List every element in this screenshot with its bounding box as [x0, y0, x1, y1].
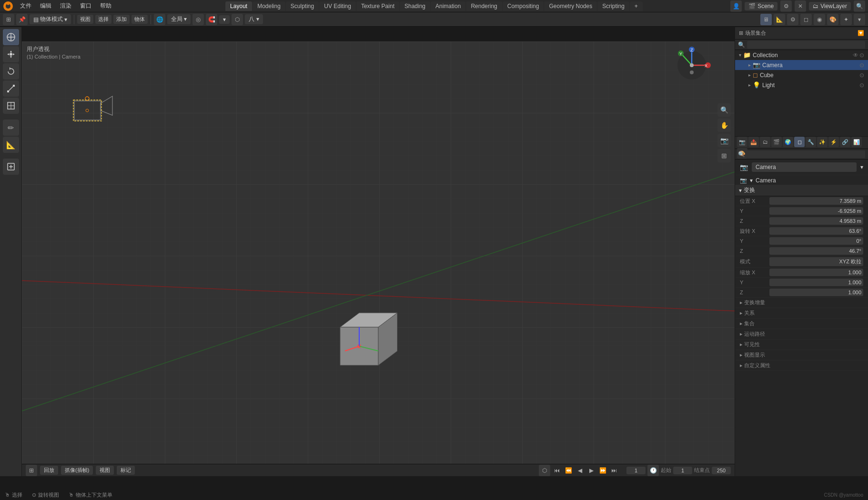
zoom-in-btn[interactable]: 🔍 — [717, 103, 731, 117]
outliner-light-item[interactable]: ▸ 💡 Light ⊙ — [735, 80, 868, 90]
collection-section[interactable]: ▸ 集合 — [735, 319, 868, 329]
rotation-x-field[interactable]: 63.6° — [769, 227, 863, 235]
jump-start-btn[interactable]: ⏮ — [552, 466, 562, 475]
scale-z-field[interactable]: 1.000 — [769, 289, 863, 296]
light-restrict-icon[interactable]: ⊙ — [859, 82, 864, 89]
position-x-field[interactable]: 7.3589 m — [769, 197, 863, 205]
tool-move[interactable] — [3, 46, 19, 62]
grid-nav-btn[interactable]: ⊞ — [717, 149, 731, 162]
play-btn[interactable]: ▶ — [586, 466, 596, 475]
transform-section-header[interactable]: ▾ 变换 — [735, 185, 868, 196]
viewport-icon-1[interactable]: 🖥 — [760, 14, 772, 25]
tab-scripting[interactable]: Scripting — [597, 1, 629, 11]
proportional-edit-icon[interactable]: ◎ — [192, 14, 204, 25]
viewport-icon-8[interactable]: ▾ — [854, 14, 865, 25]
tab-object[interactable]: ◻ — [794, 137, 805, 147]
view-layer-selector[interactable]: 🗂 ViewLayer — [809, 2, 851, 10]
xray-icon[interactable]: ⬡ — [232, 14, 243, 25]
keyframe-btn[interactable]: ⬡ — [539, 465, 550, 476]
tab-compositing[interactable]: Compositing — [503, 1, 544, 11]
camera-restrict-icon[interactable]: ⊙ — [859, 62, 864, 69]
rotation-y-field[interactable]: 0° — [769, 237, 863, 245]
step-back-btn[interactable]: ⏪ — [564, 466, 573, 475]
menu-render[interactable]: 渲染 — [56, 1, 75, 11]
outliner-collection-item[interactable]: ▾ 📁 Collection 👁 ⊙ — [735, 50, 868, 60]
markers-btn[interactable]: 标记 — [117, 466, 135, 475]
scale-y-field[interactable]: 1.000 — [769, 279, 863, 286]
tab-texture-paint[interactable]: Texture Paint — [356, 1, 399, 11]
tab-layout[interactable]: Layout — [225, 1, 252, 11]
tab-modifiers[interactable]: 🔧 — [806, 137, 816, 147]
timeline-type-btn[interactable]: ⊞ — [26, 465, 37, 476]
tab-scene[interactable]: 🎬 — [771, 137, 782, 147]
tool-cursor[interactable] — [3, 29, 19, 45]
delta-transform-section[interactable]: ▸ 变换增量 — [735, 298, 868, 308]
viewport-icon-2[interactable]: 📐 — [774, 14, 785, 25]
tab-render[interactable]: 📷 — [737, 137, 747, 147]
tab-world[interactable]: 🌍 — [783, 137, 793, 147]
viewport-icon-3[interactable]: ⚙ — [787, 14, 798, 25]
tab-sculpting[interactable]: Sculpting — [286, 1, 319, 11]
tab-add[interactable]: + — [630, 1, 643, 11]
rotation-z-field[interactable]: 46.7° — [769, 247, 863, 255]
pin-icon[interactable]: 📌 — [16, 14, 28, 25]
menu-window[interactable]: 窗口 — [76, 1, 95, 11]
outliner-filter-icon[interactable]: 🔽 — [858, 30, 864, 36]
viewport-display-section[interactable]: ▸ 视图显示 — [735, 350, 868, 360]
snap-selector[interactable]: 全局 ▾ — [167, 14, 191, 24]
outliner-camera-item[interactable]: ▸ 📷 Camera ⊙ — [735, 60, 868, 70]
tab-data[interactable]: 📊 — [851, 137, 862, 147]
snap-icon[interactable]: 🧲 — [206, 14, 217, 25]
select-menu-btn[interactable]: 选择 — [95, 15, 111, 24]
search-icon[interactable]: 🔍 — [854, 0, 865, 12]
visibility-section[interactable]: ▸ 可见性 — [735, 340, 868, 350]
scene-extra-icon[interactable]: ⚙ — [780, 0, 792, 12]
outliner-search-input[interactable] — [747, 41, 865, 49]
tab-rendering[interactable]: Rendering — [466, 1, 502, 11]
tab-output[interactable]: 📤 — [748, 137, 759, 147]
tab-animation[interactable]: Animation — [431, 1, 465, 11]
collection-eye-icon[interactable]: 👁 — [853, 52, 858, 59]
viewport-icon-5[interactable]: ◉ — [814, 14, 825, 25]
tool-transform[interactable] — [3, 98, 19, 114]
shading-mode[interactable]: 八 ▾ — [245, 14, 262, 24]
view-menu-btn[interactable]: 视图 — [77, 15, 93, 24]
viewport-icon-6[interactable]: 🎨 — [827, 14, 838, 25]
position-z-field[interactable]: 4.9583 m — [769, 217, 863, 225]
current-frame-input[interactable]: 1 — [626, 467, 646, 474]
gizmo-widget[interactable]: X Y Z — [673, 46, 711, 84]
collection-select-icon[interactable]: ⊙ — [859, 52, 864, 59]
cube-restrict-icon[interactable]: ⊙ — [859, 72, 864, 79]
end-frame-input[interactable]: 250 — [712, 467, 731, 474]
object-name-field[interactable]: Camera — [752, 162, 857, 172]
viewport-3d[interactable]: 用户透视 (1) Collection | Camera X Y Z 🔍 ✋ — [22, 41, 735, 476]
view-btn[interactable]: 视图 — [96, 466, 114, 475]
account-icon[interactable]: 👤 — [730, 0, 742, 12]
props-search-input[interactable] — [747, 150, 865, 158]
close-icon[interactable]: ✕ — [795, 0, 806, 12]
viewport-icon-7[interactable]: ✦ — [840, 14, 852, 25]
tool-annotate[interactable]: ✏ — [3, 120, 19, 136]
tab-uv-editing[interactable]: UV Editing — [319, 1, 356, 11]
viewport-icon-4[interactable]: ◻ — [800, 14, 812, 25]
tool-measure[interactable]: 📐 — [3, 137, 19, 153]
position-y-field[interactable]: -6.9258 m — [769, 207, 863, 215]
global-transform-icon[interactable]: 🌐 — [154, 14, 165, 25]
scene-selector[interactable]: 🎬 Scene — [745, 2, 777, 10]
scale-x-field[interactable]: 1.000 — [769, 269, 863, 276]
custom-props-section[interactable]: ▸ 自定义属性 — [735, 360, 868, 371]
rotation-mode-field[interactable]: XYZ 欧拉 — [769, 257, 863, 266]
step-forward-btn[interactable]: ⏩ — [598, 466, 607, 475]
menu-file[interactable]: 文件 — [16, 1, 35, 11]
motion-paths-section[interactable]: ▸ 运动路径 — [735, 329, 868, 340]
start-frame-input[interactable]: 1 — [673, 467, 692, 474]
tool-rotate[interactable] — [3, 63, 19, 80]
object-mode-selector[interactable]: ▤ 物体模式 ▾ — [30, 14, 71, 24]
relations-section[interactable]: ▸ 关系 — [735, 308, 868, 319]
tab-modeling[interactable]: Modeling — [252, 1, 285, 11]
menu-edit[interactable]: 编辑 — [36, 1, 55, 11]
playback-btn[interactable]: 回放 — [40, 466, 58, 475]
props-search-bar[interactable]: 🔍 — [735, 149, 868, 160]
tab-constraints[interactable]: 🔗 — [840, 137, 850, 147]
camera-nav-btn[interactable]: 📷 — [717, 134, 731, 147]
